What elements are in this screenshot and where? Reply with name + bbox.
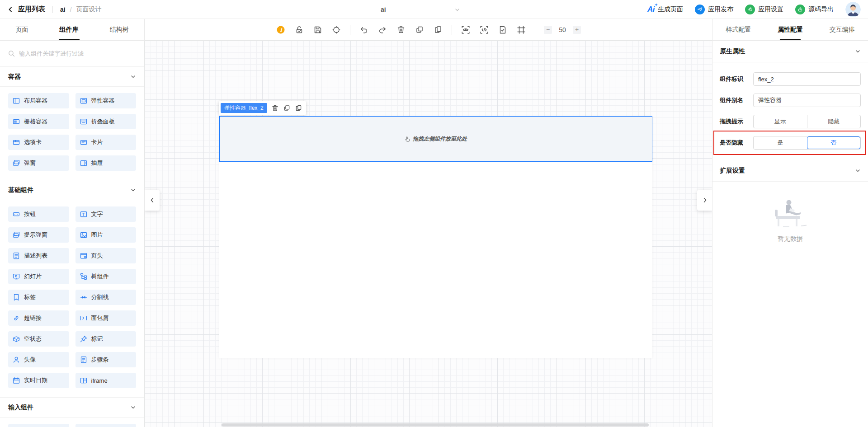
config-tab-props[interactable]: 属性配置	[776, 19, 805, 40]
zoom-in-button[interactable]: +	[573, 26, 581, 34]
component-item-alert-modal[interactable]: 提示弹窗	[8, 227, 69, 243]
component-item-iframe[interactable]: iframe	[75, 373, 137, 388]
component-item-tree[interactable]: 树组件	[75, 269, 137, 284]
component-item-drawer[interactable]: 抽屉	[75, 155, 137, 171]
chevron-down-icon	[130, 187, 136, 193]
generate-button[interactable]: Ai生成页面	[647, 5, 683, 14]
zoom-value: 50	[557, 26, 567, 33]
component-item-page-header[interactable]: 页头	[75, 248, 137, 263]
back-chevron-icon[interactable]	[7, 6, 14, 13]
toolbar-unlock-icon[interactable]	[294, 25, 304, 35]
component-item-clipped[interactable]	[75, 424, 137, 427]
component-item-avatar[interactable]: 头像	[8, 352, 69, 367]
toolbar-paste-icon[interactable]	[433, 25, 443, 35]
settings-button[interactable]: 应用设置	[745, 5, 783, 14]
native-props-section-header[interactable]: 原生属性	[712, 41, 868, 62]
component-item-button[interactable]: 按钮	[8, 206, 69, 222]
config-tab-interaction[interactable]: 交互编排	[828, 19, 857, 40]
component-id-input[interactable]	[753, 72, 861, 86]
component-item-carousel[interactable]: 幻灯片	[8, 269, 69, 284]
selection-delete-icon[interactable]	[271, 104, 279, 112]
sidebar-tab-pages[interactable]: 页面	[14, 19, 30, 40]
component-item-label: 抽屉	[91, 159, 103, 167]
component-item-mark[interactable]: 标记	[75, 331, 137, 347]
selection-paste-icon[interactable]	[295, 104, 302, 112]
component-item-tag[interactable]: 标签	[8, 290, 69, 305]
toolbar-frame-icon[interactable]	[516, 25, 526, 35]
component-item-flex-container[interactable]: 弹性容器	[75, 93, 137, 108]
export-button[interactable]: 源码导出	[795, 5, 834, 14]
grid-container-icon	[13, 118, 20, 125]
component-item-card[interactable]: 卡片	[75, 135, 137, 150]
component-alias-input[interactable]	[753, 94, 861, 107]
config-tab-style[interactable]: 样式配置	[724, 19, 753, 40]
section-header-0[interactable]: 容器	[0, 67, 144, 87]
component-item-empty-state[interactable]: 空状态	[8, 331, 69, 347]
component-item-layout-container[interactable]: 布局容器	[8, 93, 69, 108]
component-item-steps[interactable]: 步骤条	[75, 352, 137, 367]
chevron-down-icon	[130, 74, 136, 80]
section-title: 输入组件	[8, 404, 33, 412]
component-item-label: 弹性容器	[91, 97, 115, 105]
toolbar-code-icon[interactable]	[479, 25, 489, 35]
drag-hint-option-0[interactable]: 显示	[754, 115, 807, 128]
header-divider	[52, 6, 53, 13]
toolbar-preview-icon[interactable]	[461, 25, 471, 35]
component-item-text[interactable]: 文字	[75, 206, 137, 222]
collapse-right-panel-button[interactable]	[697, 190, 712, 211]
component-item-description-list[interactable]: 描述列表	[8, 248, 69, 263]
component-search-input[interactable]	[19, 50, 136, 57]
is-hidden-option-0[interactable]: 是	[754, 136, 807, 149]
selected-component-chip[interactable]: 弹性容器_flex_2	[221, 103, 267, 113]
back-to-app-list-link[interactable]: 应用列表	[18, 5, 45, 14]
component-item-label: 提示弹窗	[24, 231, 47, 239]
mark-icon	[80, 335, 87, 343]
extension-section-header[interactable]: 扩展设置	[712, 160, 868, 182]
page-artboard[interactable]: 弹性容器_flex_2 拖拽左侧组件放至此处	[219, 116, 652, 358]
section-title: 容器	[8, 73, 21, 81]
flex-container-component[interactable]: 拖拽左侧组件放至此处	[219, 116, 652, 162]
design-canvas[interactable]: 弹性容器_flex_2 拖拽左侧组件放至此处	[145, 41, 712, 427]
export-label: 源码导出	[808, 5, 834, 14]
sidebar-tabs: 页面组件库结构树	[0, 19, 144, 41]
selection-copy-icon[interactable]	[283, 104, 291, 112]
generate-label: 生成页面	[658, 5, 683, 14]
drag-hint-option-1[interactable]: 隐藏	[807, 115, 861, 128]
sidebar-tab-tree[interactable]: 结构树	[108, 19, 131, 40]
component-item-breadcrumb[interactable]: 面包屑	[75, 310, 137, 326]
component-item-hyperlink[interactable]: 超链接	[8, 310, 69, 326]
is-hidden-option-1[interactable]: 否	[807, 136, 860, 149]
toolbar-redo-icon[interactable]	[377, 25, 387, 35]
steps-icon	[80, 356, 87, 363]
component-item-collapse-panel[interactable]: 折叠面板	[75, 114, 137, 129]
drag-hint-label: 拖拽提示	[720, 117, 753, 126]
toolbar-copy-icon[interactable]	[415, 25, 425, 35]
section-header-2[interactable]: 输入组件	[0, 398, 144, 418]
component-item-divider[interactable]: 分割线	[75, 290, 137, 305]
section-header-1[interactable]: 基础组件	[0, 180, 144, 200]
toolbar-delete-icon[interactable]	[396, 25, 406, 35]
zoom-out-button[interactable]: −	[544, 26, 552, 34]
component-item-clipped[interactable]	[8, 424, 69, 427]
breadcrumb-icon	[80, 314, 87, 322]
image-icon	[80, 231, 87, 239]
page-select-dropdown[interactable]: ai	[381, 0, 460, 19]
component-item-modal[interactable]: 弹窗	[8, 155, 69, 171]
toolbar-divider	[452, 25, 452, 35]
toolbar-save-icon[interactable]	[313, 25, 323, 35]
component-item-label: 选项卡	[24, 138, 42, 146]
toolbar-doc-check-icon[interactable]	[498, 25, 508, 35]
publish-button[interactable]: 应用发布	[695, 5, 733, 14]
horizontal-scrollbar[interactable]	[222, 423, 649, 427]
component-item-image[interactable]: 图片	[75, 227, 137, 243]
component-item-tabs[interactable]: 选项卡	[8, 135, 69, 150]
component-item-grid-container[interactable]: 栅格容器	[8, 114, 69, 129]
toolbar-info-icon[interactable]: i	[276, 25, 286, 35]
sidebar-tab-components[interactable]: 组件库	[58, 19, 80, 40]
toolbar-target-icon[interactable]	[331, 25, 341, 35]
breadcrumb-app-name: ai	[60, 6, 66, 13]
user-avatar[interactable]	[845, 2, 861, 17]
collapse-left-panel-button[interactable]	[145, 190, 160, 211]
component-item-date[interactable]: 实时日期	[8, 373, 69, 388]
toolbar-undo-icon[interactable]	[359, 25, 369, 35]
